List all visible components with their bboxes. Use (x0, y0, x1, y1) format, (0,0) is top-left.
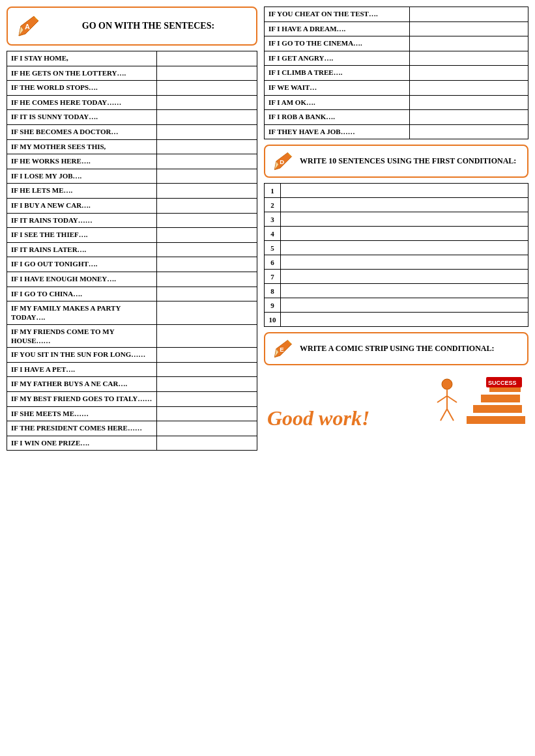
answer-cell[interactable] (157, 406, 257, 421)
answer-cell[interactable] (157, 139, 257, 154)
table-row: IF I GO TO CHINA…. (7, 287, 257, 301)
good-work-section: Good work! (264, 371, 528, 432)
sentence-cell: IF HE COMES HERE TODAY…… (7, 95, 157, 110)
row-number: 1 (265, 184, 281, 198)
numbered-row: 8 (265, 284, 528, 298)
answer-cell[interactable] (157, 257, 257, 272)
answer-cell[interactable] (157, 272, 257, 287)
answer-cell[interactable] (409, 66, 528, 81)
numbered-row: 4 (265, 227, 528, 241)
numbered-row: 7 (265, 270, 528, 284)
sentence-input-cell[interactable] (281, 313, 528, 327)
answer-cell[interactable] (157, 242, 257, 257)
sentence-input-cell[interactable] (281, 184, 528, 198)
table-row: IF HE WORKS HERE…. (7, 154, 257, 169)
table-row: IF I LOSE MY JOB…. (7, 169, 257, 184)
answer-cell[interactable] (157, 51, 257, 66)
answer-cell[interactable] (157, 66, 257, 81)
answer-cell[interactable] (157, 124, 257, 139)
answer-cell[interactable] (157, 348, 257, 363)
sentence-input-cell[interactable] (281, 270, 528, 284)
numbered-row: 1 (265, 184, 528, 198)
sentence-cell: IF I GO TO THE CINEMA…. (265, 36, 410, 51)
answer-cell[interactable] (157, 324, 257, 348)
answer-cell[interactable] (157, 301, 257, 325)
row-number: 5 (265, 241, 281, 255)
answer-cell[interactable] (157, 81, 257, 96)
answer-cell[interactable] (409, 110, 528, 125)
answer-cell[interactable] (409, 51, 528, 66)
sentence-cell: IF I SEE THE THIEF…. (7, 228, 157, 243)
table-row: IF I BUY A NEW CAR…. (7, 198, 257, 213)
row-number: 7 (265, 270, 281, 284)
sentence-cell: IF MY BEST FRIEND GOES TO ITALY…… (7, 392, 157, 407)
section-d-header: D WRITE 10 SENTENCES USING THE FIRST CON… (264, 145, 528, 178)
sentence-input-cell[interactable] (281, 284, 528, 298)
section-a-header: A GO ON WITH THE SENTECES: (7, 7, 257, 46)
answer-cell[interactable] (157, 377, 257, 392)
table-row: IF I WIN ONE PRIZE…. (7, 436, 257, 451)
table-row: IF WE WAIT… (265, 80, 528, 95)
sentence-cell: IF MY FATHER BUYS A NE CAR…. (7, 377, 157, 392)
answer-cell[interactable] (157, 184, 257, 199)
sentence-cell: IF SHE BECOMES A DOCTOR… (7, 124, 157, 139)
answer-cell[interactable] (157, 436, 257, 451)
table-row: IF MY FAMILY MAKES A PARTY TODAY…. (7, 301, 257, 325)
sentence-cell: IF YOU CHEAT ON THE TEST…. (265, 7, 410, 22)
table-row: IF I GET ANGRY…. (265, 51, 528, 66)
sentence-cell: IF I BUY A NEW CAR…. (7, 198, 157, 213)
answer-cell[interactable] (409, 80, 528, 95)
answer-cell[interactable] (157, 228, 257, 243)
sentence-input-cell[interactable] (281, 198, 528, 212)
sentence-input-cell[interactable] (281, 212, 528, 227)
answer-cell[interactable] (157, 362, 257, 377)
left-column: A GO ON WITH THE SENTECES: IF I STAY HOM… (7, 7, 257, 451)
answer-cell[interactable] (409, 124, 528, 139)
sentence-cell: IF WE WAIT… (265, 80, 410, 95)
left-sentences-table: IF I STAY HOME, IF HE GETS ON THE LOTTER… (7, 51, 257, 451)
sentence-input-cell[interactable] (281, 255, 528, 270)
sentence-cell: IF HE WORKS HERE…. (7, 154, 157, 169)
row-number: 2 (265, 198, 281, 212)
answer-cell[interactable] (157, 287, 257, 301)
table-row: IF IT IS SUNNY TODAY…. (7, 110, 257, 125)
svg-rect-19 (473, 405, 522, 413)
table-row: IF I GO OUT TONIGHT…. (7, 257, 257, 272)
sentence-cell: IF HE GETS ON THE LOTTERY…. (7, 66, 157, 81)
sentence-cell: IF I GET ANGRY…. (265, 51, 410, 66)
answer-cell[interactable] (157, 154, 257, 169)
answer-cell[interactable] (157, 110, 257, 125)
table-row: IF I ROB A BANK…. (265, 110, 528, 125)
table-row: IF I SEE THE THIEF…. (7, 228, 257, 243)
answer-cell[interactable] (409, 7, 528, 22)
svg-point-12 (442, 379, 452, 389)
stickman-area: SUCCESS (431, 374, 525, 428)
sentence-cell: IF MY MOTHER SEES THIS, (7, 139, 157, 154)
table-row: IF SHE MEETS ME…… (7, 406, 257, 421)
answer-cell[interactable] (157, 392, 257, 407)
svg-rect-18 (467, 416, 525, 424)
sentence-input-cell[interactable] (281, 227, 528, 241)
sentence-cell: IF I CLIMB A TREE…. (265, 66, 410, 81)
sentence-input-cell[interactable] (281, 298, 528, 313)
answer-cell[interactable] (157, 213, 257, 228)
row-number: 9 (265, 298, 281, 313)
answer-cell[interactable] (409, 95, 528, 110)
svg-text:D: D (280, 158, 284, 165)
answer-cell[interactable] (157, 95, 257, 110)
table-row: IF I CLIMB A TREE…. (265, 66, 528, 81)
section-a-title: GO ON WITH THE SENTECES: (48, 20, 248, 33)
sentence-input-cell[interactable] (281, 241, 528, 255)
answer-cell[interactable] (409, 21, 528, 36)
answer-cell[interactable] (157, 169, 257, 184)
answer-cell[interactable] (157, 198, 257, 213)
svg-text:A: A (25, 23, 30, 31)
numbered-sentences-table: 1 2 3 4 5 6 7 8 9 10 (264, 183, 528, 327)
pencil-d-icon: D (272, 150, 295, 173)
table-row: IF YOU CHEAT ON THE TEST…. (265, 7, 528, 22)
answer-cell[interactable] (409, 36, 528, 51)
sentence-cell: IF THEY HAVE A JOB…… (265, 124, 410, 139)
answer-cell[interactable] (157, 421, 257, 436)
staircase-svg: SUCCESS (467, 374, 525, 426)
table-row: IF I AM OK…. (265, 95, 528, 110)
